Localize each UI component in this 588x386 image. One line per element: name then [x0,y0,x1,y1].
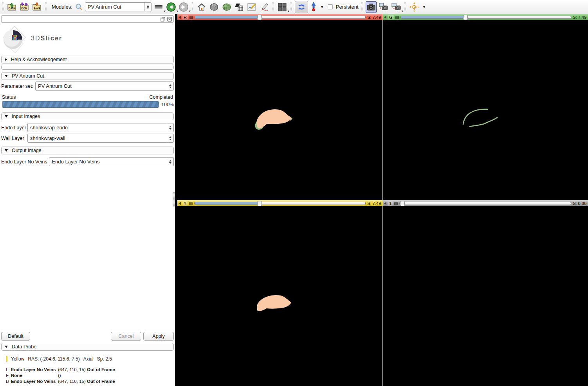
output-image-section-header[interactable]: Output Image [1,147,174,154]
rotate-mode-button[interactable] [295,1,308,13]
place-fiducial-icon [310,2,317,12]
module-panel: 3DSlicer Help & Acknowledgement PV Antru… [0,14,175,386]
gray-slice-label[interactable]: 1 [388,201,393,206]
save-button[interactable]: SAVE [31,1,42,13]
expanded-arrow-icon [5,75,8,77]
chart-edit-icon [247,2,256,12]
gray-slice-viewport[interactable] [383,206,588,386]
green-slice-viewport[interactable] [383,20,588,200]
collapse-bar-arrow-icon[interactable] [384,16,386,19]
gray-slice-bar: 1 S: 0.00 [383,200,588,206]
chart-edit-button[interactable] [246,1,257,13]
red-slice-label[interactable]: R [182,15,188,20]
home-module-button[interactable] [196,1,207,13]
yellow-slice-swatch [6,356,7,362]
screenshot-button[interactable] [366,1,377,13]
red-slice-slider[interactable] [195,16,366,19]
mesh-ruler-icon [234,2,244,12]
green-slider-handle[interactable] [463,15,468,20]
collapse-bar-arrow-icon[interactable] [384,202,386,205]
close-panel-icon[interactable] [167,17,172,22]
module-panel-toggle-button[interactable]: ▾ [153,1,164,13]
crosshair-dropdown-button[interactable]: ▼ [421,1,427,13]
green-slice-slider[interactable] [400,16,572,19]
parameter-set-combobox[interactable]: PV Antrum Cut [35,82,174,91]
yellow-slice-viewport[interactable] [177,206,382,386]
collapsed-arrow-icon [5,58,7,61]
red-slider-handle[interactable] [257,15,262,20]
gray-slider-handle[interactable] [400,201,405,206]
yellow-slice-label[interactable]: Y [182,201,188,206]
red-slice-bar: R S: 7.49 [177,14,382,20]
green-slice-offset: S: 7.49 [573,15,587,20]
load-data-folder-icon: DATA [7,2,17,12]
red-slice-viewport[interactable] [177,20,382,200]
probe-ras: RAS: (-204.6, 115.6, 7.5) [28,356,80,362]
modules-combobox-value: PV Antrum Cut [85,4,144,10]
chevron-down-icon: ▾ [288,10,289,13]
yellow-slice-slider[interactable] [194,202,366,205]
load-data-button[interactable]: DATA [6,1,17,13]
collapse-bar-arrow-icon[interactable] [179,202,181,205]
scene-view-add-button[interactable]: ▾ [391,1,402,13]
extensions-button[interactable] [221,1,232,13]
persistent-checkbox[interactable] [328,4,333,9]
pin-icon[interactable] [394,202,398,205]
probe-slice-name: Yellow [11,356,24,362]
output-layer-label: Endo Layer No Veins [1,159,47,165]
probe-layer-rows: L Endo Layer No Veins (647, 110, 15) Out… [6,367,175,384]
place-fiducial-button[interactable] [310,1,317,13]
default-button[interactable]: Default [1,332,30,341]
modules-combobox-spinner[interactable] [144,3,151,11]
expanded-arrow-icon [5,115,8,118]
pin-icon[interactable] [395,16,399,19]
panel-splitter-handle[interactable] [173,192,175,207]
output-layer-combobox[interactable]: Endo Layer No Veins [49,157,174,166]
data-probe-section-header[interactable]: Data Probe [1,343,174,351]
red-slice-image [177,20,382,200]
toolbar-drag-handle[interactable] [2,2,4,12]
slicer-logo: 3DSlicer [0,24,175,55]
toolbar-drag-handle[interactable] [191,2,194,12]
toolbar-drag-handle[interactable] [404,2,406,12]
output-layer-row: Endo Layer No Veins Endo Layer No Veins [1,157,174,166]
volume-cube-button[interactable] [209,1,220,13]
yellow-slider-handle[interactable] [257,201,262,206]
mesh-ruler-button[interactable] [234,1,245,13]
apply-button[interactable]: Apply [143,332,174,341]
chevron-down-icon: ▾ [189,10,191,13]
scene-view-button[interactable] [378,1,389,13]
cube-icon [209,2,219,12]
module-panel-titlebar [1,15,174,23]
collapse-bar-arrow-icon[interactable] [179,16,181,19]
module-section-header[interactable]: PV Antrum Cut [1,72,174,80]
modules-combobox[interactable]: PV Antrum Cut [85,2,152,11]
progress-percent: 100% [161,102,174,107]
toolbar-drag-handle[interactable] [45,2,47,12]
endo-layer-combobox[interactable]: shrinkwrap-endo [27,123,174,132]
toolbar-drag-handle[interactable] [290,2,292,12]
probe-orientation: Axial [83,356,94,362]
markup-pencil-button[interactable] [259,1,270,13]
slice-views-area: R S: 7.49 G S: 7.49 [175,14,588,386]
layout-selector-button[interactable]: ▾ [277,1,288,13]
history-forward-button[interactable]: ▾ [178,1,189,13]
history-back-button[interactable]: ▾ [166,1,177,13]
undock-panel-icon[interactable] [161,17,165,22]
cancel-button[interactable]: Cancel [111,332,141,341]
toolbar-drag-handle[interactable] [272,2,274,12]
crosshair-button[interactable] [409,1,420,13]
module-search-button[interactable] [75,1,83,13]
endo-layer-row: Endo Layer shrinkwrap-endo [1,123,174,132]
fiducial-dropdown-button[interactable]: ▼ [319,1,325,13]
pin-icon[interactable] [189,16,193,19]
dicom-button[interactable]: DCM [19,1,30,13]
expanded-arrow-icon [5,149,8,152]
wall-layer-combobox[interactable]: shrinkwrap-wall [27,134,174,143]
input-images-section-header[interactable]: Input Images [1,112,174,120]
toolbar-drag-handle[interactable] [361,2,363,12]
help-acknowledgement-section[interactable]: Help & Acknowledgement [1,56,174,63]
gray-slice-slider[interactable] [399,202,571,205]
green-slice-label[interactable]: G [388,15,394,20]
pin-icon[interactable] [189,202,193,205]
